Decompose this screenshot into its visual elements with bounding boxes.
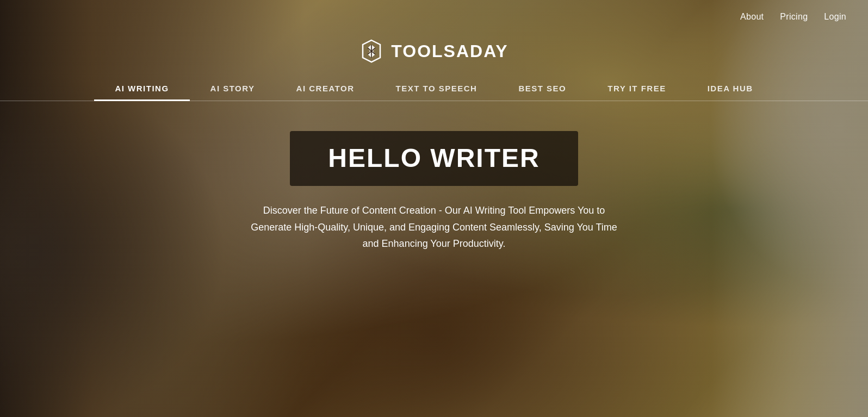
top-nav: About Pricing Login <box>0 0 868 34</box>
logo-area[interactable]: TOOLSADAY <box>359 39 508 63</box>
login-link[interactable]: Login <box>824 12 846 22</box>
hero-title: HELLO WRITER <box>328 143 540 173</box>
hero-content: HELLO WRITER Discover the Future of Cont… <box>244 131 624 252</box>
tab-ai-creator[interactable]: AI CREATOR <box>276 78 375 101</box>
pricing-link[interactable]: Pricing <box>780 12 808 22</box>
tab-ai-writing[interactable]: AI WRITING <box>94 78 189 101</box>
tab-idea-hub[interactable]: IDEA HUB <box>687 78 774 101</box>
tab-text-to-speech[interactable]: TEXT TO SPEECH <box>375 78 498 101</box>
about-link[interactable]: About <box>740 12 764 22</box>
brand-name: TOOLSADAY <box>391 41 508 61</box>
tab-ai-story[interactable]: AI STORY <box>190 78 276 101</box>
hero-title-box: HELLO WRITER <box>290 131 578 186</box>
main-nav-tabs: AI WRITING AI STORY AI CREATOR TEXT TO S… <box>0 78 868 101</box>
tab-best-seo[interactable]: BEST SEO <box>498 78 587 101</box>
hero-section: About Pricing Login TOOLSADAY AI WRITING… <box>0 0 868 417</box>
brand-logo-icon <box>359 39 383 63</box>
hero-subtitle: Discover the Future of Content Creation … <box>244 202 624 252</box>
tab-try-it-free[interactable]: TRY IT FREE <box>587 78 686 101</box>
